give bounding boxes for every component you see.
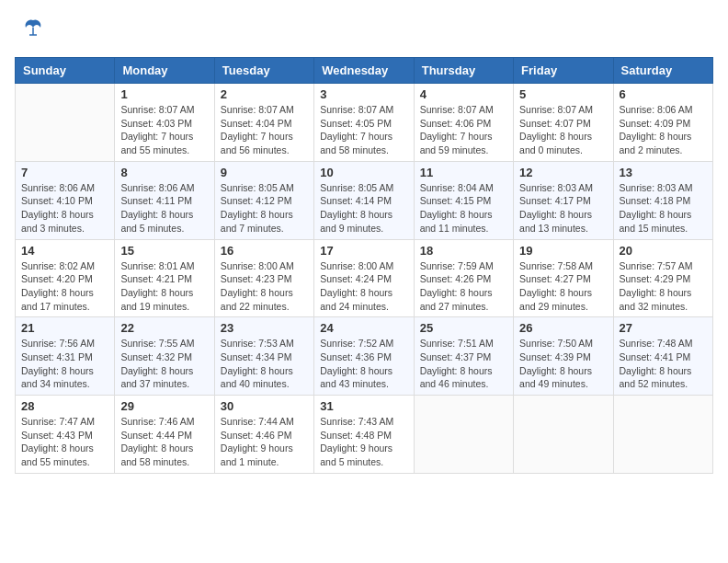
col-header-thursday: Thursday — [414, 58, 513, 84]
calendar-cell: 25Sunrise: 7:51 AMSunset: 4:37 PMDayligh… — [414, 317, 513, 396]
calendar-cell: 26Sunrise: 7:50 AMSunset: 4:39 PMDayligh… — [514, 317, 613, 396]
day-detail: Sunrise: 8:01 AMSunset: 4:21 PMDaylight:… — [120, 259, 208, 314]
day-detail: Sunrise: 8:05 AMSunset: 4:12 PMDaylight:… — [221, 181, 308, 236]
day-number: 21 — [21, 321, 108, 335]
day-number: 26 — [519, 321, 607, 335]
day-number: 30 — [221, 399, 308, 413]
day-number: 2 — [221, 87, 308, 101]
calendar-cell: 15Sunrise: 8:01 AMSunset: 4:21 PMDayligh… — [115, 239, 214, 317]
day-detail: Sunrise: 8:00 AMSunset: 4:23 PMDaylight:… — [221, 259, 308, 314]
day-detail: Sunrise: 7:51 AMSunset: 4:37 PMDaylight:… — [420, 337, 507, 391]
day-detail: Sunrise: 7:58 AMSunset: 4:27 PMDaylight:… — [519, 259, 607, 314]
calendar-cell: 24Sunrise: 7:52 AMSunset: 4:36 PMDayligh… — [314, 317, 414, 396]
day-detail: Sunrise: 8:03 AMSunset: 4:17 PMDaylight:… — [519, 181, 607, 236]
day-detail: Sunrise: 7:47 AMSunset: 4:43 PMDaylight:… — [21, 415, 108, 469]
calendar-cell: 22Sunrise: 7:55 AMSunset: 4:32 PMDayligh… — [115, 317, 214, 396]
day-number: 24 — [320, 321, 407, 335]
calendar-table: SundayMondayTuesdayWednesdayThursdayFrid… — [15, 57, 713, 474]
day-detail: Sunrise: 7:59 AMSunset: 4:26 PMDaylight:… — [420, 259, 507, 314]
calendar-cell: 29Sunrise: 7:46 AMSunset: 4:44 PMDayligh… — [115, 396, 214, 474]
day-detail: Sunrise: 7:50 AMSunset: 4:39 PMDaylight:… — [519, 337, 607, 391]
calendar-cell: 5Sunrise: 8:07 AMSunset: 4:07 PMDaylight… — [514, 84, 613, 162]
day-detail: Sunrise: 8:00 AMSunset: 4:24 PMDaylight:… — [320, 259, 407, 314]
day-number: 13 — [620, 166, 707, 179]
calendar-cell: 19Sunrise: 7:58 AMSunset: 4:27 PMDayligh… — [514, 239, 613, 317]
day-detail: Sunrise: 7:43 AMSunset: 4:48 PMDaylight:… — [320, 415, 407, 469]
day-number: 7 — [21, 166, 108, 179]
calendar-cell: 4Sunrise: 8:07 AMSunset: 4:06 PMDaylight… — [414, 84, 513, 162]
week-row-5: 28Sunrise: 7:47 AMSunset: 4:43 PMDayligh… — [16, 396, 713, 474]
day-number: 9 — [221, 166, 308, 179]
day-number: 18 — [420, 244, 507, 258]
day-detail: Sunrise: 8:07 AMSunset: 4:03 PMDaylight:… — [120, 103, 208, 157]
day-number: 10 — [320, 166, 407, 179]
day-number: 5 — [519, 87, 607, 101]
day-number: 11 — [420, 166, 507, 179]
col-header-monday: Monday — [115, 58, 214, 84]
week-row-3: 14Sunrise: 8:02 AMSunset: 4:20 PMDayligh… — [16, 239, 713, 317]
day-detail: Sunrise: 7:56 AMSunset: 4:31 PMDaylight:… — [21, 337, 108, 391]
logo — [15, 15, 46, 46]
calendar-cell: 3Sunrise: 8:07 AMSunset: 4:05 PMDaylight… — [314, 84, 414, 162]
calendar-cell: 9Sunrise: 8:05 AMSunset: 4:12 PMDaylight… — [214, 161, 313, 239]
col-header-wednesday: Wednesday — [314, 58, 414, 84]
day-detail: Sunrise: 7:57 AMSunset: 4:29 PMDaylight:… — [620, 259, 707, 314]
col-header-tuesday: Tuesday — [214, 58, 313, 84]
calendar-cell: 7Sunrise: 8:06 AMSunset: 4:10 PMDaylight… — [16, 161, 115, 239]
calendar-cell: 12Sunrise: 8:03 AMSunset: 4:17 PMDayligh… — [514, 161, 613, 239]
header-row: SundayMondayTuesdayWednesdayThursdayFrid… — [16, 58, 713, 84]
col-header-saturday: Saturday — [613, 58, 712, 84]
calendar-cell: 21Sunrise: 7:56 AMSunset: 4:31 PMDayligh… — [16, 317, 115, 396]
week-row-2: 7Sunrise: 8:06 AMSunset: 4:10 PMDaylight… — [16, 161, 713, 239]
day-detail: Sunrise: 7:53 AMSunset: 4:34 PMDaylight:… — [221, 337, 308, 391]
calendar-cell — [613, 396, 712, 474]
day-detail: Sunrise: 8:06 AMSunset: 4:09 PMDaylight:… — [620, 103, 707, 157]
day-detail: Sunrise: 8:06 AMSunset: 4:10 PMDaylight:… — [21, 181, 108, 236]
calendar-cell: 31Sunrise: 7:43 AMSunset: 4:48 PMDayligh… — [314, 396, 414, 474]
calendar-cell: 23Sunrise: 7:53 AMSunset: 4:34 PMDayligh… — [214, 317, 313, 396]
calendar-cell: 2Sunrise: 8:07 AMSunset: 4:04 PMDaylight… — [214, 84, 313, 162]
day-number: 16 — [221, 244, 308, 258]
day-detail: Sunrise: 8:07 AMSunset: 4:06 PMDaylight:… — [420, 103, 507, 157]
calendar-cell: 6Sunrise: 8:06 AMSunset: 4:09 PMDaylight… — [613, 84, 712, 162]
calendar-cell — [414, 396, 513, 474]
day-number: 8 — [120, 166, 208, 179]
col-header-sunday: Sunday — [16, 58, 115, 84]
calendar-cell — [514, 396, 613, 474]
day-detail: Sunrise: 8:07 AMSunset: 4:07 PMDaylight:… — [519, 103, 607, 157]
day-detail: Sunrise: 8:07 AMSunset: 4:05 PMDaylight:… — [320, 103, 407, 157]
day-detail: Sunrise: 7:46 AMSunset: 4:44 PMDaylight:… — [120, 415, 208, 469]
day-detail: Sunrise: 7:44 AMSunset: 4:46 PMDaylight:… — [221, 415, 308, 469]
col-header-friday: Friday — [514, 58, 613, 84]
day-number: 29 — [120, 399, 208, 413]
calendar-cell: 10Sunrise: 8:05 AMSunset: 4:14 PMDayligh… — [314, 161, 414, 239]
day-detail: Sunrise: 8:02 AMSunset: 4:20 PMDaylight:… — [21, 259, 108, 314]
day-detail: Sunrise: 8:06 AMSunset: 4:11 PMDaylight:… — [120, 181, 208, 236]
day-number: 4 — [420, 87, 507, 101]
calendar-cell: 14Sunrise: 8:02 AMSunset: 4:20 PMDayligh… — [16, 239, 115, 317]
calendar-cell: 27Sunrise: 7:48 AMSunset: 4:41 PMDayligh… — [613, 317, 712, 396]
week-row-1: 1Sunrise: 8:07 AMSunset: 4:03 PMDaylight… — [16, 84, 713, 162]
day-detail: Sunrise: 7:52 AMSunset: 4:36 PMDaylight:… — [320, 337, 407, 391]
calendar-cell: 11Sunrise: 8:04 AMSunset: 4:15 PMDayligh… — [414, 161, 513, 239]
day-detail: Sunrise: 8:04 AMSunset: 4:15 PMDaylight:… — [420, 181, 507, 236]
day-number: 22 — [120, 321, 208, 335]
day-detail: Sunrise: 7:55 AMSunset: 4:32 PMDaylight:… — [120, 337, 208, 391]
day-detail: Sunrise: 8:03 AMSunset: 4:18 PMDaylight:… — [620, 181, 707, 236]
day-number: 17 — [320, 244, 407, 258]
calendar-cell: 20Sunrise: 7:57 AMSunset: 4:29 PMDayligh… — [613, 239, 712, 317]
day-number: 14 — [21, 244, 108, 258]
day-detail: Sunrise: 8:07 AMSunset: 4:04 PMDaylight:… — [221, 103, 308, 157]
day-number: 1 — [120, 87, 208, 101]
day-number: 23 — [221, 321, 308, 335]
calendar-cell: 1Sunrise: 8:07 AMSunset: 4:03 PMDaylight… — [115, 84, 214, 162]
calendar-cell: 13Sunrise: 8:03 AMSunset: 4:18 PMDayligh… — [613, 161, 712, 239]
day-number: 31 — [320, 399, 407, 413]
day-number: 28 — [21, 399, 108, 413]
day-number: 6 — [620, 87, 707, 101]
logo-bird-icon — [20, 15, 46, 46]
day-number: 19 — [519, 244, 607, 258]
day-number: 12 — [519, 166, 607, 179]
day-detail: Sunrise: 8:05 AMSunset: 4:14 PMDaylight:… — [320, 181, 407, 236]
calendar-cell — [16, 84, 115, 162]
